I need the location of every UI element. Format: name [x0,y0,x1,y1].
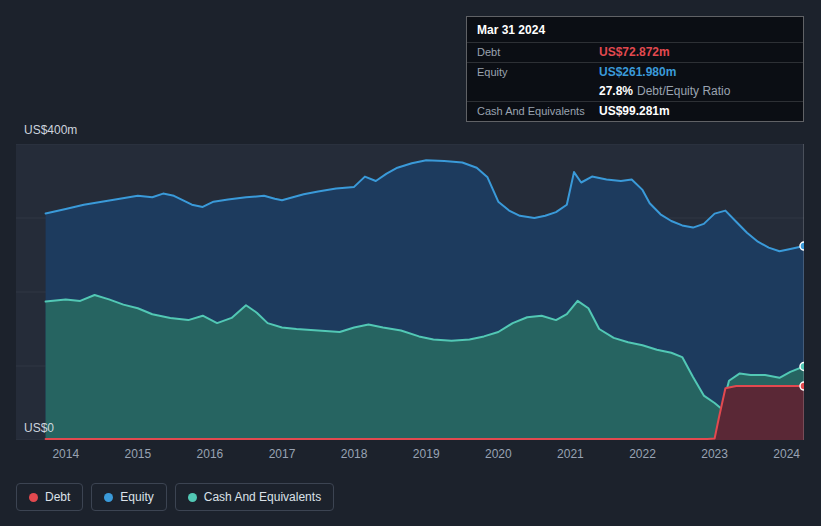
x-axis-label-2017: 2017 [269,447,296,461]
plot-area[interactable] [16,144,804,440]
x-axis-label-2024: 2024 [773,447,800,461]
debt-legend-dot-icon [29,493,38,502]
x-axis-label-2015: 2015 [124,447,151,461]
legend-cash-label: Cash And Equivalents [204,490,321,504]
x-axis-label-2020: 2020 [485,447,512,461]
tooltip-cash-label: Cash And Equivalents [477,104,599,119]
x-axis-label-2019: 2019 [413,447,440,461]
cash-legend-dot-icon [188,493,197,502]
legend-item-cash[interactable]: Cash And Equivalents [175,483,334,511]
tooltip-cash-value: US$99.281m [599,104,670,119]
x-axis-label-2022: 2022 [629,447,656,461]
debt-equity-history-chart: US$400m US$0 201420152016201720182019202… [0,0,821,526]
tooltip-row-ratio: 27.8% Debt/Equity Ratio [467,82,803,102]
tooltip-date: Mar 31 2024 [467,17,803,43]
legend: Debt Equity Cash And Equivalents [16,483,334,511]
legend-debt-label: Debt [45,490,70,504]
legend-equity-label: Equity [120,490,153,504]
x-axis-label-2021: 2021 [557,447,584,461]
x-axis-label-2016: 2016 [197,447,224,461]
x-axis-label-2014: 2014 [52,447,79,461]
legend-item-equity[interactable]: Equity [91,483,166,511]
tooltip-equity-value: US$261.980m [599,65,676,80]
equity-legend-dot-icon [104,493,113,502]
y-axis-label-max: US$400m [24,123,77,137]
tooltip-debt-label: Debt [477,45,599,60]
tooltip-ratio-value: 27.8% [599,84,633,99]
cash-endpoint-dot [800,363,804,371]
tooltip-row-debt: Debt US$72.872m [467,43,803,63]
x-axis-label-2023: 2023 [701,447,728,461]
tooltip: Mar 31 2024 Debt US$72.872m Equity US$26… [466,16,804,122]
x-axis: 2014201520162017201820192020202120222023… [0,447,821,463]
y-axis-label-min: US$0 [24,421,54,435]
x-axis-label-2018: 2018 [341,447,368,461]
legend-item-debt[interactable]: Debt [16,483,83,511]
tooltip-debt-value: US$72.872m [599,45,670,60]
tooltip-row-cash: Cash And Equivalents US$99.281m [467,102,803,121]
tooltip-row-equity: Equity US$261.980m [467,63,803,82]
equity-endpoint-dot [800,242,804,250]
chart-svg[interactable] [16,144,804,440]
debt-endpoint-dot [800,382,804,390]
tooltip-ratio-label: Debt/Equity Ratio [637,84,730,99]
tooltip-equity-label: Equity [477,65,599,80]
